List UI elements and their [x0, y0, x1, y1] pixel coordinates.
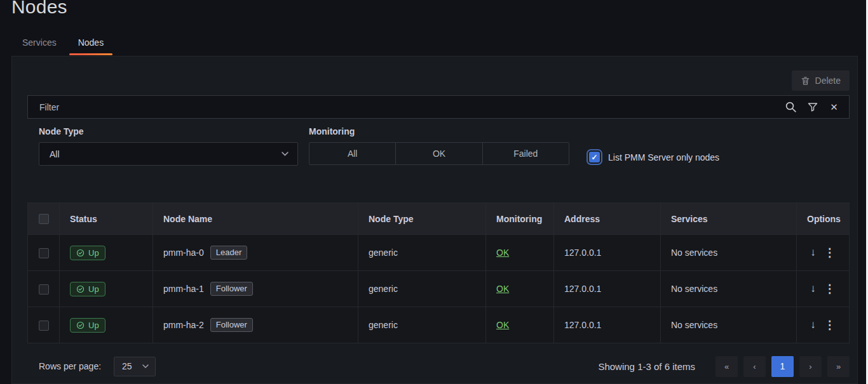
column-header-address: Address	[554, 203, 661, 235]
monitoring-label: Monitoring	[309, 126, 569, 136]
close-icon[interactable]: ✕	[828, 101, 840, 113]
download-arrow-icon[interactable]: ↓	[810, 246, 816, 259]
node-type-cell: generic	[358, 271, 486, 307]
table-body: Up pmm-ha-0 Leader generic OK 127.0.0.1 …	[28, 235, 850, 343]
delete-button-label: Delete	[815, 76, 841, 86]
filter-controls: Node Type All Monitoring All OK Failed ✓…	[39, 126, 850, 166]
rows-per-page-value: 25	[122, 361, 132, 371]
status-badge-label: Up	[88, 285, 99, 293]
address-cell: 127.0.0.1	[554, 271, 661, 307]
pmm-server-only-checkbox[interactable]: ✓ List PMM Server only nodes	[589, 152, 719, 162]
status-badge-label: Up	[88, 321, 99, 329]
status-badge: Up	[70, 246, 105, 260]
address-cell: 127.0.0.1	[554, 235, 661, 271]
download-arrow-icon[interactable]: ↓	[810, 319, 816, 331]
row-select-checkbox[interactable]	[39, 321, 49, 331]
select-all-checkbox[interactable]	[39, 214, 49, 224]
services-cell: No services	[661, 271, 797, 307]
trash-icon	[801, 76, 810, 86]
monitoring-status-link[interactable]: OK	[496, 248, 509, 258]
address-cell: 127.0.0.1	[554, 307, 661, 343]
column-header-status: Status	[60, 203, 153, 235]
node-type-cell: generic	[358, 307, 486, 343]
column-header-node-type: Node Type	[358, 203, 486, 235]
check-circle-icon	[76, 249, 85, 257]
filter-funnel-icon[interactable]	[806, 101, 818, 113]
services-cell: No services	[661, 235, 797, 271]
table-header-row: Status Node Name Node Type Monitoring Ad…	[28, 203, 850, 235]
rows-per-page-label: Rows per page:	[39, 361, 101, 371]
previous-page-button[interactable]: ‹	[743, 356, 766, 377]
column-header-node-name: Node Name	[153, 203, 358, 235]
status-badge: Up	[70, 318, 105, 333]
table-row: Up pmm-ha-1 Follower generic OK 127.0.0.…	[28, 271, 850, 307]
pagination-summary: Showing 1-3 of 6 items	[598, 361, 695, 372]
services-cell: No services	[661, 307, 797, 343]
column-header-options: Options	[797, 203, 850, 235]
monitoring-toggle-group: All OK Failed	[309, 142, 569, 165]
table-row: Up pmm-ha-2 Follower generic OK 127.0.0.…	[28, 307, 850, 343]
monitoring-option-failed[interactable]: Failed	[483, 143, 569, 164]
monitoring-option-all[interactable]: All	[309, 143, 396, 164]
page-1-button[interactable]: 1	[771, 356, 794, 377]
status-badge: Up	[70, 282, 105, 296]
kebab-menu-icon[interactable]: ⋮	[824, 246, 836, 260]
node-type-label: Node Type	[39, 126, 298, 136]
first-page-button[interactable]: «	[715, 356, 738, 377]
check-circle-icon	[76, 285, 85, 293]
monitoring-status-link[interactable]: OK	[496, 284, 509, 294]
kebab-menu-icon[interactable]: ⋮	[824, 282, 836, 296]
chevron-down-icon	[142, 364, 149, 368]
node-type-cell: generic	[358, 235, 486, 271]
last-page-button[interactable]: »	[827, 356, 850, 377]
node-type-value: All	[50, 149, 60, 159]
node-name: pmm-ha-1	[163, 284, 204, 294]
row-select-checkbox[interactable]	[39, 248, 49, 258]
role-badge: Follower	[210, 282, 253, 296]
rows-per-page-select[interactable]: 25	[114, 357, 156, 376]
row-select-checkbox[interactable]	[39, 284, 49, 295]
monitoring-status-link[interactable]: OK	[496, 320, 509, 330]
check-circle-icon	[76, 321, 85, 329]
pmm-server-only-label: List PMM Server only nodes	[608, 152, 719, 162]
delete-button[interactable]: Delete	[792, 70, 850, 91]
checkbox-checked-icon: ✓	[589, 152, 600, 162]
filter-input[interactable]	[39, 102, 785, 112]
tabbar: Services Nodes	[13, 32, 113, 55]
download-arrow-icon[interactable]: ↓	[810, 282, 816, 295]
page-title: Nodes	[11, 0, 67, 18]
role-badge: Follower	[210, 318, 253, 332]
filter-bar: ✕	[27, 95, 850, 119]
node-type-select[interactable]: All	[39, 142, 298, 166]
tab-nodes[interactable]: Nodes	[69, 32, 113, 55]
next-page-button[interactable]: ›	[799, 356, 822, 377]
tab-services[interactable]: Services	[13, 32, 66, 55]
nodes-table: Status Node Name Node Type Monitoring Ad…	[27, 202, 850, 343]
node-name: pmm-ha-0	[163, 248, 204, 258]
monitoring-option-ok[interactable]: OK	[396, 143, 482, 164]
node-name: pmm-ha-2	[163, 320, 204, 330]
table-footer: Rows per page: 25 Showing 1-3 of 6 items…	[27, 348, 850, 384]
kebab-menu-icon[interactable]: ⋮	[824, 318, 836, 332]
column-header-monitoring: Monitoring	[486, 203, 554, 235]
search-icon[interactable]	[785, 101, 797, 113]
column-header-services: Services	[661, 203, 797, 235]
chevron-down-icon	[281, 152, 288, 156]
table-row: Up pmm-ha-0 Leader generic OK 127.0.0.1 …	[28, 235, 850, 271]
pagination: « ‹ 1 › »	[715, 356, 850, 377]
status-badge-label: Up	[88, 249, 99, 257]
nodes-panel: Delete ✕ Node Type All	[11, 56, 858, 384]
role-badge: Leader	[210, 246, 247, 260]
nodes-table-wrap: Status Node Name Node Type Monitoring Ad…	[27, 202, 850, 343]
toolbar: Delete	[27, 70, 850, 92]
